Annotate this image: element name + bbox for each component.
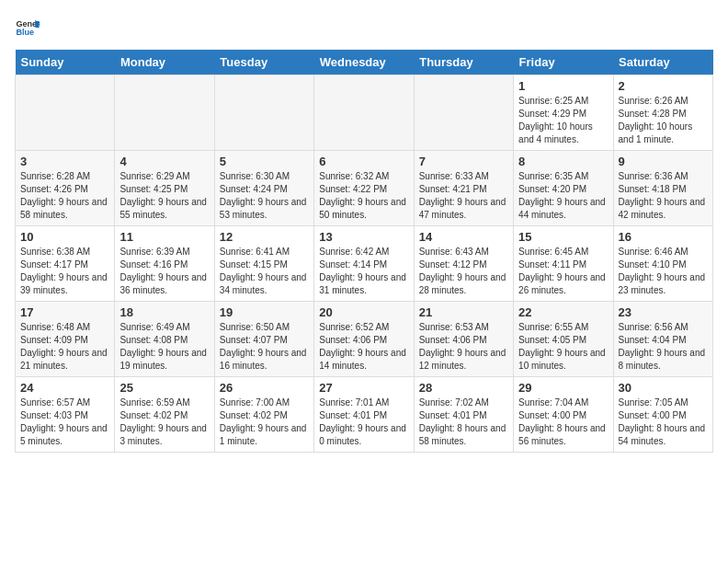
- day-cell: [214, 75, 313, 151]
- day-info: Sunrise: 6:45 AM Sunset: 4:11 PM Dayligh…: [518, 246, 608, 297]
- day-info: Sunrise: 6:30 AM Sunset: 4:24 PM Dayligh…: [220, 170, 309, 222]
- day-info: Sunrise: 6:55 AM Sunset: 4:05 PM Dayligh…: [518, 321, 608, 373]
- day-info: Sunrise: 6:43 AM Sunset: 4:12 PM Dayligh…: [419, 246, 508, 297]
- col-header-tuesday: Tuesday: [214, 50, 313, 75]
- day-cell: 10Sunrise: 6:38 AM Sunset: 4:17 PM Dayli…: [16, 226, 115, 302]
- logo-icon: General Blue: [15, 15, 40, 40]
- day-info: Sunrise: 6:50 AM Sunset: 4:07 PM Dayligh…: [220, 321, 309, 373]
- day-info: Sunrise: 6:56 AM Sunset: 4:04 PM Dayligh…: [619, 321, 708, 373]
- day-info: Sunrise: 6:38 AM Sunset: 4:17 PM Dayligh…: [20, 246, 109, 297]
- day-info: Sunrise: 6:32 AM Sunset: 4:22 PM Dayligh…: [319, 170, 408, 222]
- week-row-3: 10Sunrise: 6:38 AM Sunset: 4:17 PM Dayli…: [16, 226, 713, 302]
- week-row-1: 1Sunrise: 6:25 AM Sunset: 4:29 PM Daylig…: [16, 75, 713, 151]
- day-cell: [414, 75, 513, 151]
- col-header-friday: Friday: [514, 50, 613, 75]
- day-number: 18: [119, 305, 209, 319]
- day-info: Sunrise: 7:05 AM Sunset: 4:00 PM Dayligh…: [619, 396, 708, 448]
- day-number: 28: [419, 381, 508, 395]
- day-cell: 14Sunrise: 6:43 AM Sunset: 4:12 PM Dayli…: [414, 226, 513, 302]
- svg-marker-3: [35, 21, 39, 28]
- day-number: 16: [619, 230, 708, 244]
- day-cell: 7Sunrise: 6:33 AM Sunset: 4:21 PM Daylig…: [414, 151, 513, 226]
- day-info: Sunrise: 6:36 AM Sunset: 4:18 PM Dayligh…: [619, 170, 708, 222]
- day-info: Sunrise: 6:26 AM Sunset: 4:28 PM Dayligh…: [619, 95, 708, 146]
- day-number: 7: [419, 155, 508, 168]
- day-number: 30: [619, 381, 708, 395]
- header-row: SundayMondayTuesdayWednesdayThursdayFrid…: [16, 50, 713, 75]
- logo: General Blue: [15, 15, 40, 40]
- day-info: Sunrise: 6:46 AM Sunset: 4:10 PM Dayligh…: [619, 246, 708, 297]
- day-number: 3: [20, 155, 109, 168]
- day-number: 21: [419, 305, 508, 319]
- day-cell: 22Sunrise: 6:55 AM Sunset: 4:05 PM Dayli…: [514, 302, 613, 377]
- day-number: 20: [319, 305, 408, 319]
- day-number: 1: [518, 79, 608, 93]
- day-info: Sunrise: 6:49 AM Sunset: 4:08 PM Dayligh…: [119, 321, 209, 373]
- day-info: Sunrise: 6:33 AM Sunset: 4:21 PM Dayligh…: [419, 170, 508, 222]
- week-row-4: 17Sunrise: 6:48 AM Sunset: 4:09 PM Dayli…: [16, 302, 713, 377]
- day-info: Sunrise: 6:59 AM Sunset: 4:02 PM Dayligh…: [119, 396, 209, 448]
- day-number: 22: [518, 305, 608, 319]
- day-number: 26: [220, 381, 309, 395]
- day-cell: 15Sunrise: 6:45 AM Sunset: 4:11 PM Dayli…: [514, 226, 613, 302]
- day-cell: 5Sunrise: 6:30 AM Sunset: 4:24 PM Daylig…: [214, 151, 313, 226]
- day-cell: 4Sunrise: 6:29 AM Sunset: 4:25 PM Daylig…: [115, 151, 214, 226]
- day-info: Sunrise: 6:42 AM Sunset: 4:14 PM Dayligh…: [319, 246, 408, 297]
- day-cell: 20Sunrise: 6:52 AM Sunset: 4:06 PM Dayli…: [314, 302, 414, 377]
- day-number: 6: [319, 155, 408, 168]
- day-cell: 27Sunrise: 7:01 AM Sunset: 4:01 PM Dayli…: [314, 377, 414, 453]
- day-number: 23: [619, 305, 708, 319]
- day-cell: 28Sunrise: 7:02 AM Sunset: 4:01 PM Dayli…: [414, 377, 513, 453]
- calendar-table: SundayMondayTuesdayWednesdayThursdayFrid…: [15, 50, 713, 453]
- day-cell: [16, 75, 115, 151]
- day-number: 27: [319, 381, 408, 395]
- week-row-2: 3Sunrise: 6:28 AM Sunset: 4:26 PM Daylig…: [16, 151, 713, 226]
- day-cell: 18Sunrise: 6:49 AM Sunset: 4:08 PM Dayli…: [115, 302, 214, 377]
- day-cell: 11Sunrise: 6:39 AM Sunset: 4:16 PM Dayli…: [115, 226, 214, 302]
- day-cell: 17Sunrise: 6:48 AM Sunset: 4:09 PM Dayli…: [16, 302, 115, 377]
- col-header-saturday: Saturday: [613, 50, 712, 75]
- col-header-wednesday: Wednesday: [314, 50, 414, 75]
- day-info: Sunrise: 6:35 AM Sunset: 4:20 PM Dayligh…: [518, 170, 608, 222]
- day-cell: 24Sunrise: 6:57 AM Sunset: 4:03 PM Dayli…: [16, 377, 115, 453]
- col-header-thursday: Thursday: [414, 50, 513, 75]
- day-number: 8: [518, 155, 608, 168]
- day-cell: [314, 75, 414, 151]
- day-info: Sunrise: 7:02 AM Sunset: 4:01 PM Dayligh…: [419, 396, 508, 448]
- day-number: 29: [518, 381, 608, 395]
- day-cell: 19Sunrise: 6:50 AM Sunset: 4:07 PM Dayli…: [214, 302, 313, 377]
- day-number: 4: [119, 155, 209, 168]
- day-cell: 13Sunrise: 6:42 AM Sunset: 4:14 PM Dayli…: [314, 226, 414, 302]
- day-cell: 9Sunrise: 6:36 AM Sunset: 4:18 PM Daylig…: [613, 151, 712, 226]
- day-cell: 21Sunrise: 6:53 AM Sunset: 4:06 PM Dayli…: [414, 302, 513, 377]
- col-header-sunday: Sunday: [16, 50, 115, 75]
- day-info: Sunrise: 7:00 AM Sunset: 4:02 PM Dayligh…: [220, 396, 309, 448]
- day-info: Sunrise: 6:39 AM Sunset: 4:16 PM Dayligh…: [119, 246, 209, 297]
- header: General Blue: [15, 15, 713, 40]
- day-info: Sunrise: 6:57 AM Sunset: 4:03 PM Dayligh…: [20, 396, 109, 448]
- day-cell: 23Sunrise: 6:56 AM Sunset: 4:04 PM Dayli…: [613, 302, 712, 377]
- day-info: Sunrise: 6:41 AM Sunset: 4:15 PM Dayligh…: [220, 246, 309, 297]
- col-header-monday: Monday: [115, 50, 214, 75]
- day-number: 2: [619, 79, 708, 93]
- day-info: Sunrise: 6:52 AM Sunset: 4:06 PM Dayligh…: [319, 321, 408, 373]
- day-number: 10: [20, 230, 109, 244]
- day-cell: 6Sunrise: 6:32 AM Sunset: 4:22 PM Daylig…: [314, 151, 414, 226]
- day-number: 12: [220, 230, 309, 244]
- day-info: Sunrise: 7:01 AM Sunset: 4:01 PM Dayligh…: [319, 396, 408, 448]
- day-number: 13: [319, 230, 408, 244]
- day-number: 19: [220, 305, 309, 319]
- day-cell: 30Sunrise: 7:05 AM Sunset: 4:00 PM Dayli…: [613, 377, 712, 453]
- day-cell: 26Sunrise: 7:00 AM Sunset: 4:02 PM Dayli…: [214, 377, 313, 453]
- day-cell: 1Sunrise: 6:25 AM Sunset: 4:29 PM Daylig…: [514, 75, 613, 151]
- day-cell: 12Sunrise: 6:41 AM Sunset: 4:15 PM Dayli…: [214, 226, 313, 302]
- day-cell: [115, 75, 214, 151]
- day-number: 5: [220, 155, 309, 168]
- day-number: 15: [518, 230, 608, 244]
- day-info: Sunrise: 6:25 AM Sunset: 4:29 PM Dayligh…: [518, 95, 608, 146]
- day-info: Sunrise: 6:29 AM Sunset: 4:25 PM Dayligh…: [119, 170, 209, 222]
- svg-text:Blue: Blue: [16, 28, 34, 37]
- day-cell: 29Sunrise: 7:04 AM Sunset: 4:00 PM Dayli…: [514, 377, 613, 453]
- day-cell: 25Sunrise: 6:59 AM Sunset: 4:02 PM Dayli…: [115, 377, 214, 453]
- day-number: 17: [20, 305, 109, 319]
